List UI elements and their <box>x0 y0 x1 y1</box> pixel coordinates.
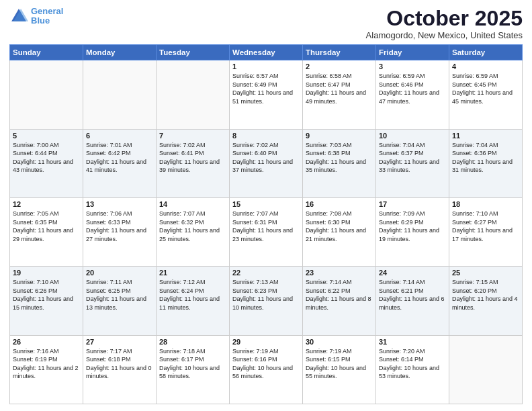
table-row: 5Sunrise: 7:00 AM Sunset: 6:44 PM Daylig… <box>10 129 83 197</box>
day-number: 12 <box>13 200 80 208</box>
col-friday: Friday <box>376 45 449 60</box>
col-saturday: Saturday <box>449 45 523 60</box>
day-info: Sunrise: 7:18 AM Sunset: 6:17 PM Dayligh… <box>159 347 226 381</box>
day-number: 30 <box>306 338 373 346</box>
day-number: 25 <box>452 269 519 277</box>
day-info: Sunrise: 7:10 AM Sunset: 6:27 PM Dayligh… <box>452 210 519 243</box>
calendar-row-3: 19Sunrise: 7:10 AM Sunset: 6:26 PM Dayli… <box>10 267 523 335</box>
day-info: Sunrise: 6:59 AM Sunset: 6:45 PM Dayligh… <box>452 72 519 105</box>
day-number: 9 <box>306 132 373 140</box>
day-info: Sunrise: 7:14 AM Sunset: 6:22 PM Dayligh… <box>306 278 373 312</box>
day-info: Sunrise: 7:04 AM Sunset: 6:36 PM Dayligh… <box>452 141 519 175</box>
table-row <box>157 60 230 129</box>
day-number: 8 <box>232 132 300 140</box>
logo-line1: General <box>31 6 63 16</box>
day-info: Sunrise: 7:05 AM Sunset: 6:35 PM Dayligh… <box>13 210 80 243</box>
table-row: 14Sunrise: 7:07 AM Sunset: 6:32 PM Dayli… <box>157 197 230 266</box>
day-number: 22 <box>232 269 300 277</box>
day-number: 20 <box>86 269 153 277</box>
day-info: Sunrise: 7:07 AM Sunset: 6:32 PM Dayligh… <box>159 210 226 243</box>
calendar-row-4: 26Sunrise: 7:16 AM Sunset: 6:19 PM Dayli… <box>10 335 523 404</box>
day-number: 31 <box>379 338 446 346</box>
location: Alamogordo, New Mexico, United States <box>366 30 523 40</box>
day-info: Sunrise: 7:00 AM Sunset: 6:44 PM Dayligh… <box>13 141 80 175</box>
day-info: Sunrise: 7:12 AM Sunset: 6:24 PM Dayligh… <box>159 278 226 312</box>
day-number: 2 <box>306 62 373 71</box>
calendar-table: Sunday Monday Tuesday Wednesday Thursday… <box>9 44 523 404</box>
calendar-row-2: 12Sunrise: 7:05 AM Sunset: 6:35 PM Dayli… <box>10 197 523 266</box>
day-number: 13 <box>86 200 153 208</box>
logo-text: General Blue <box>31 7 63 26</box>
table-row: 25Sunrise: 7:15 AM Sunset: 6:20 PM Dayli… <box>449 267 523 335</box>
table-row: 9Sunrise: 7:03 AM Sunset: 6:38 PM Daylig… <box>303 129 376 197</box>
day-number: 7 <box>159 132 226 140</box>
table-row: 21Sunrise: 7:12 AM Sunset: 6:24 PM Dayli… <box>157 267 230 335</box>
day-info: Sunrise: 7:11 AM Sunset: 6:25 PM Dayligh… <box>86 278 153 312</box>
day-info: Sunrise: 7:03 AM Sunset: 6:38 PM Dayligh… <box>306 141 373 175</box>
table-row: 13Sunrise: 7:06 AM Sunset: 6:33 PM Dayli… <box>83 197 157 266</box>
table-row: 22Sunrise: 7:13 AM Sunset: 6:23 PM Dayli… <box>230 267 303 335</box>
table-row: 16Sunrise: 7:08 AM Sunset: 6:30 PM Dayli… <box>303 197 376 266</box>
day-number: 24 <box>379 269 446 277</box>
day-number: 23 <box>306 269 373 277</box>
table-row: 29Sunrise: 7:19 AM Sunset: 6:16 PM Dayli… <box>230 335 303 404</box>
calendar-row-1: 5Sunrise: 7:00 AM Sunset: 6:44 PM Daylig… <box>10 129 523 197</box>
logo: General Blue <box>9 7 63 26</box>
page: General Blue October 2025 Alamogordo, Ne… <box>0 0 532 411</box>
table-row: 26Sunrise: 7:16 AM Sunset: 6:19 PM Dayli… <box>10 335 83 404</box>
day-info: Sunrise: 7:20 AM Sunset: 6:14 PM Dayligh… <box>379 347 446 381</box>
table-row: 12Sunrise: 7:05 AM Sunset: 6:35 PM Dayli… <box>10 197 83 266</box>
day-number: 28 <box>159 338 226 346</box>
day-info: Sunrise: 7:15 AM Sunset: 6:20 PM Dayligh… <box>452 278 519 312</box>
table-row: 18Sunrise: 7:10 AM Sunset: 6:27 PM Dayli… <box>449 197 523 266</box>
table-row: 30Sunrise: 7:19 AM Sunset: 6:15 PM Dayli… <box>303 335 376 404</box>
table-row: 4Sunrise: 6:59 AM Sunset: 6:45 PM Daylig… <box>449 60 523 129</box>
day-number: 15 <box>232 200 300 208</box>
day-number: 29 <box>232 338 300 346</box>
day-info: Sunrise: 7:19 AM Sunset: 6:16 PM Dayligh… <box>232 347 300 381</box>
table-row: 19Sunrise: 7:10 AM Sunset: 6:26 PM Dayli… <box>10 267 83 335</box>
day-number: 17 <box>379 200 446 208</box>
title-block: October 2025 Alamogordo, New Mexico, Uni… <box>366 7 523 40</box>
table-row: 23Sunrise: 7:14 AM Sunset: 6:22 PM Dayli… <box>303 267 376 335</box>
logo-line2: Blue <box>31 15 50 26</box>
day-info: Sunrise: 7:16 AM Sunset: 6:19 PM Dayligh… <box>13 347 80 381</box>
table-row: 24Sunrise: 7:14 AM Sunset: 6:21 PM Dayli… <box>376 267 449 335</box>
day-info: Sunrise: 7:09 AM Sunset: 6:29 PM Dayligh… <box>379 210 446 243</box>
day-number: 3 <box>379 62 446 71</box>
table-row: 31Sunrise: 7:20 AM Sunset: 6:14 PM Dayli… <box>376 335 449 404</box>
table-row <box>449 335 523 404</box>
day-number: 1 <box>232 62 300 71</box>
day-info: Sunrise: 7:02 AM Sunset: 6:40 PM Dayligh… <box>232 141 300 175</box>
table-row <box>10 60 83 129</box>
day-number: 16 <box>306 200 373 208</box>
logo-icon <box>9 7 28 26</box>
day-number: 5 <box>13 132 80 140</box>
day-number: 26 <box>13 338 80 346</box>
table-row: 6Sunrise: 7:01 AM Sunset: 6:42 PM Daylig… <box>83 129 157 197</box>
table-row <box>83 60 157 129</box>
day-info: Sunrise: 7:14 AM Sunset: 6:21 PM Dayligh… <box>379 278 446 312</box>
col-monday: Monday <box>83 45 157 60</box>
table-row: 2Sunrise: 6:58 AM Sunset: 6:47 PM Daylig… <box>303 60 376 129</box>
day-info: Sunrise: 7:04 AM Sunset: 6:37 PM Dayligh… <box>379 141 446 175</box>
day-number: 10 <box>379 132 446 140</box>
table-row: 7Sunrise: 7:02 AM Sunset: 6:41 PM Daylig… <box>157 129 230 197</box>
day-number: 6 <box>86 132 153 140</box>
table-row: 10Sunrise: 7:04 AM Sunset: 6:37 PM Dayli… <box>376 129 449 197</box>
col-sunday: Sunday <box>10 45 83 60</box>
day-number: 4 <box>452 62 519 71</box>
day-info: Sunrise: 6:59 AM Sunset: 6:46 PM Dayligh… <box>379 72 446 105</box>
day-number: 14 <box>159 200 226 208</box>
day-info: Sunrise: 7:02 AM Sunset: 6:41 PM Dayligh… <box>159 141 226 175</box>
table-row: 1Sunrise: 6:57 AM Sunset: 6:49 PM Daylig… <box>230 60 303 129</box>
col-tuesday: Tuesday <box>157 45 230 60</box>
table-row: 17Sunrise: 7:09 AM Sunset: 6:29 PM Dayli… <box>376 197 449 266</box>
day-info: Sunrise: 6:58 AM Sunset: 6:47 PM Dayligh… <box>306 72 373 105</box>
day-number: 11 <box>452 132 519 140</box>
table-row: 15Sunrise: 7:07 AM Sunset: 6:31 PM Dayli… <box>230 197 303 266</box>
table-row: 3Sunrise: 6:59 AM Sunset: 6:46 PM Daylig… <box>376 60 449 129</box>
day-info: Sunrise: 7:06 AM Sunset: 6:33 PM Dayligh… <box>86 210 153 243</box>
day-info: Sunrise: 7:13 AM Sunset: 6:23 PM Dayligh… <box>232 278 300 312</box>
table-row: 27Sunrise: 7:17 AM Sunset: 6:18 PM Dayli… <box>83 335 157 404</box>
